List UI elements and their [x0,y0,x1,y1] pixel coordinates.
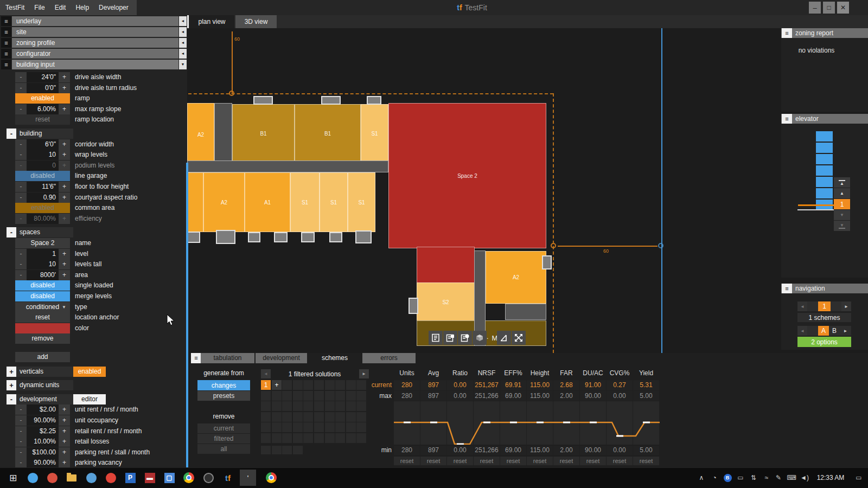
chrome-icon-2[interactable] [264,470,279,486]
level-decrement[interactable]: - [15,249,27,259]
solution-cell-4-7[interactable] [335,422,345,432]
menu-testfit[interactable]: TestFit [5,4,24,11]
solution-cell-2-8[interactable] [346,401,356,411]
parking-rent-stall-month-decrement[interactable]: - [15,447,27,458]
elevator-to-top-button[interactable]: ▲ [834,177,850,188]
level-increment[interactable]: + [59,249,70,259]
scheme-prev-button[interactable]: ◄ [797,301,807,311]
taskbar-clock[interactable]: 12:33 AM [813,467,848,488]
levels-tall-value[interactable]: 10 [27,259,59,269]
solution-cell-5-7[interactable] [335,433,345,443]
plan-space-space-2-lower[interactable] [417,247,475,284]
corridor-width-decrement[interactable]: - [15,139,27,150]
solutions-prev-button[interactable]: ◄ [261,369,271,378]
solution-cell-5-5[interactable] [314,433,324,443]
corridor-width-increment[interactable]: + [59,139,70,150]
retail-rent-nrsf-month-decrement[interactable]: - [15,426,27,436]
reset-yield-button[interactable]: reset [633,457,659,465]
solution-cell-3-4[interactable] [303,412,313,422]
retail-losses-decrement[interactable]: - [15,436,27,447]
podium-levels-decrement[interactable]: - [15,160,27,171]
solution-cell-3-8[interactable] [346,412,356,422]
bluetooth-icon[interactable]: B [722,470,733,486]
view-3d-button[interactable] [473,331,487,345]
wrap-levels-decrement[interactable]: - [15,150,27,160]
zoom-extents-button[interactable] [512,331,526,345]
levels-tall-decrement[interactable]: - [15,259,27,269]
section-header-dynamic-units[interactable]: dynamic units [16,380,73,390]
action-center-icon[interactable]: ▭ [853,470,865,486]
podium-levels-value[interactable]: 0 [27,160,59,171]
maximize-button[interactable]: □ [823,2,835,14]
collapse-arrow-underlay-icon[interactable]: ◄ [179,16,187,26]
section-header-development[interactable]: development [16,394,73,404]
elevator-level-indicator[interactable]: 1 [834,199,850,209]
drive-aisle-width-increment[interactable]: + [59,72,70,82]
reset-cvg-button[interactable]: reset [607,457,633,465]
minimize-button[interactable]: – [809,2,821,14]
plan-space-unit-b1-right[interactable]: B1 [295,104,361,163]
unit-rent-nrsf-month-value[interactable]: $2.00 [27,404,59,415]
solution-cell-1-6[interactable] [325,391,335,401]
solution-cell-2-9[interactable] [356,401,366,411]
solution-cell-4-5[interactable] [314,422,324,432]
remove-current-button[interactable]: current [197,423,250,433]
chrome-icon[interactable] [181,470,196,486]
report-summary-button[interactable] [429,331,443,345]
solution-cell-4-4[interactable] [303,422,313,432]
option-next-button[interactable]: ► [840,326,851,336]
add-solution-button[interactable]: + [272,380,282,390]
pen-icon[interactable]: ✎ [773,470,784,486]
panel-header-navigation[interactable]: navigation [781,284,868,293]
solution-cell-0-3[interactable] [293,380,303,390]
elevator-up-button[interactable]: ▲ [834,188,850,198]
efficiency-increment[interactable]: + [59,214,70,224]
panel-header-underlay[interactable]: underlay [12,16,178,26]
solution-cell-5-0[interactable] [261,433,271,443]
network-icon[interactable]: ≈ [761,470,773,486]
plan-space-unit-a2-mid[interactable]: A2 [203,172,245,232]
drive-aisle-width-value[interactable]: 24'0" [27,72,59,82]
zoning-report-drag-icon[interactable]: ≡ [782,28,792,38]
range-slider-chart[interactable] [394,401,660,445]
volume-icon[interactable]: ◄) [799,470,810,486]
start-button[interactable]: ⊞ [5,470,21,486]
floor-to-floor-height-increment[interactable]: + [59,182,70,192]
p-app-icon[interactable]: P [123,470,138,486]
drive-aisle-turn-radius-increment[interactable]: + [59,83,70,93]
section-toggle-development[interactable]: - [7,394,16,404]
solution-cell-3-7[interactable] [335,412,345,422]
retail-losses-increment[interactable]: + [59,436,70,447]
dropbox-icon[interactable]: ⇅ [748,470,760,486]
section-toggle-building[interactable]: - [7,129,16,139]
tab-tabulation[interactable]: tabulation [201,353,254,363]
solution-cell-4-3[interactable] [293,422,303,432]
section-header-building[interactable]: building [16,129,73,139]
level-value[interactable]: 1 [27,249,59,259]
solution-cell-4-6[interactable] [325,422,335,432]
plan-space-unit-a1[interactable]: A1 [245,172,290,232]
scheme-next-button[interactable]: ► [841,301,851,311]
panel-header-elevator[interactable]: elevator [781,114,868,124]
merge-levels-toggle[interactable]: disabled [15,291,70,301]
collapse-arrow-configurator-icon[interactable]: ◄ [179,49,187,59]
solution-cell-6-0[interactable] [261,446,271,454]
courtyard-aspect-ratio-value[interactable]: 0.90 [27,192,59,203]
plan-space-unit-a2-low[interactable]: A2 [486,251,546,304]
solution-cell-3-9[interactable] [356,412,366,422]
reset-ratio-button[interactable]: reset [447,457,473,465]
drive-aisle-width-decrement[interactable]: - [15,72,27,82]
pdf-app-icon[interactable]: ▬ [142,470,157,486]
solution-cell-4-0[interactable] [261,422,271,432]
option-prev-button[interactable]: ◄ [797,326,807,336]
menu-edit[interactable]: Edit [55,4,66,11]
solution-cell-0-2[interactable] [282,380,292,390]
menu-help[interactable]: Help [75,4,89,11]
efficiency-decrement[interactable]: - [15,214,27,224]
solution-cell-2-5[interactable] [314,401,324,411]
elevator-drag-icon[interactable]: ≡ [782,114,792,124]
panel-header-zoning-profile[interactable]: zoning profile [12,38,178,48]
solution-cell-3-2[interactable] [282,412,292,422]
section-toggle-dynamic-units[interactable]: + [7,380,16,390]
area-value[interactable]: 8000' [27,270,59,280]
